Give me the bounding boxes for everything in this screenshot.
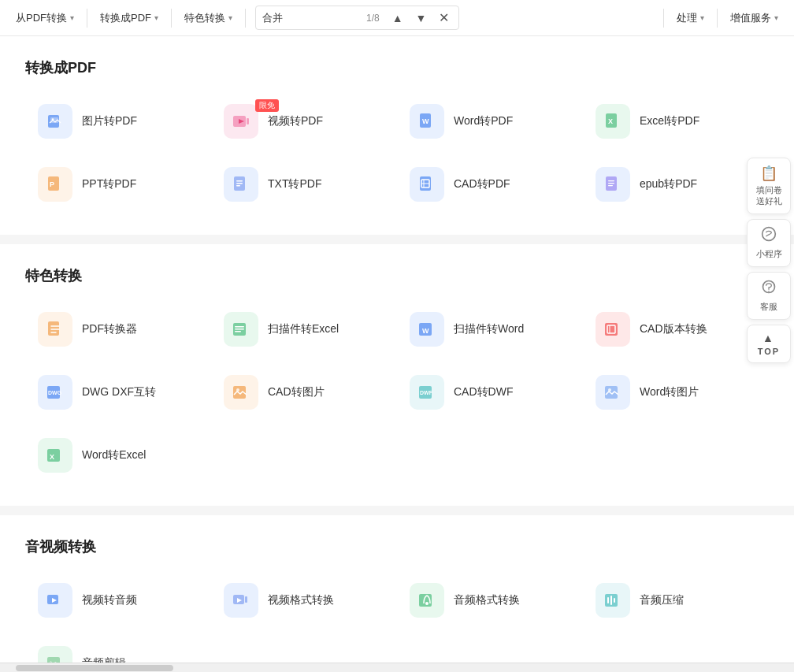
- txt-to-pdf-icon: [224, 167, 258, 202]
- epub-to-pdf-icon: [596, 167, 630, 202]
- service-button[interactable]: 客服: [747, 272, 791, 320]
- img-to-pdf-item[interactable]: 图片转PDF: [25, 96, 211, 147]
- svg-rect-13: [236, 180, 243, 182]
- search-next-button[interactable]: ▼: [413, 10, 430, 26]
- toolbar-divider-4: [663, 9, 664, 28]
- video-format-item[interactable]: 视频格式转换: [211, 575, 397, 626]
- audio-format-icon: [410, 583, 444, 618]
- to-pdf-section: 转换成PDF 图片转PDF 限免 视频转PDF W Word转PDF: [0, 36, 794, 235]
- search-prev-button[interactable]: ▲: [389, 10, 406, 26]
- txt-to-pdf-item[interactable]: TXT转PDF: [211, 159, 397, 210]
- video-to-audio-item[interactable]: 视频转音频: [25, 575, 211, 626]
- img-to-pdf-icon: [38, 104, 72, 139]
- svg-text:DWF: DWF: [420, 390, 433, 395]
- miniprogram-icon: [761, 226, 777, 246]
- toolbar-from-pdf[interactable]: 从PDF转换 ▾: [6, 6, 83, 30]
- cad-to-img-item[interactable]: CAD转图片: [211, 367, 397, 418]
- cad-version-item[interactable]: CAD版本转换: [583, 304, 769, 355]
- svg-rect-27: [235, 329, 244, 330]
- questionnaire-button[interactable]: 📋 填问卷送好礼: [747, 158, 791, 214]
- miniprogram-button[interactable]: 小程序: [747, 219, 791, 267]
- svg-point-59: [768, 291, 770, 292]
- search-input[interactable]: [262, 12, 357, 24]
- epub-to-pdf-label: epub转PDF: [640, 177, 697, 191]
- ppt-to-pdf-item[interactable]: P PPT转PDF: [25, 159, 211, 210]
- pdf-converter-item[interactable]: PDF转换器: [25, 304, 211, 355]
- service-icon: [761, 279, 777, 299]
- dwg-dxf-item[interactable]: DWG DWG DXF互转: [25, 367, 211, 418]
- toolbar-value-label: 增值服务: [730, 11, 771, 25]
- cad-to-pdf-item[interactable]: CAD转PDF: [397, 159, 583, 210]
- dwg-dxf-icon: DWG: [38, 375, 72, 410]
- audio-compress-icon: [596, 583, 630, 618]
- svg-rect-26: [235, 326, 244, 328]
- cad-to-pdf-icon: [410, 167, 444, 202]
- word-to-pdf-icon: W: [410, 104, 444, 139]
- scrollbar-thumb[interactable]: [16, 665, 173, 671]
- video-to-pdf-item[interactable]: 限免 视频转PDF: [211, 96, 397, 147]
- word-to-img-item[interactable]: Word转图片: [583, 367, 769, 418]
- toolbar-to-pdf-label: 转换成PDF: [100, 11, 151, 25]
- svg-rect-48: [245, 596, 247, 603]
- video-to-pdf-icon: [224, 104, 258, 139]
- svg-text:DWG: DWG: [48, 390, 62, 395]
- pdf-converter-icon: [38, 312, 72, 347]
- ppt-to-pdf-label: PPT转PDF: [82, 177, 136, 191]
- epub-to-pdf-item[interactable]: epub转PDF: [583, 159, 769, 210]
- txt-to-pdf-label: TXT转PDF: [268, 177, 321, 191]
- cad-to-dwf-label: CAD转DWF: [454, 385, 513, 399]
- svg-rect-24: [48, 321, 59, 336]
- audio-compress-item[interactable]: 音频压缩: [583, 575, 769, 626]
- top-button[interactable]: ▲ TOP: [747, 325, 791, 363]
- scan-to-excel-item[interactable]: 扫描件转Excel: [211, 304, 397, 355]
- special-section: 特色转换 PDF转换器 扫描件转Excel W 扫描件转Word: [0, 244, 794, 506]
- miniprogram-label: 小程序: [756, 248, 782, 260]
- excel-to-pdf-icon: X: [596, 104, 630, 139]
- scan-to-word-label: 扫描件转Word: [454, 322, 524, 336]
- word-to-pdf-item[interactable]: W Word转PDF: [397, 96, 583, 147]
- word-to-excel-label: Word转Excel: [82, 448, 146, 462]
- svg-text:P: P: [50, 180, 54, 188]
- to-pdf-title: 转换成PDF: [25, 58, 769, 77]
- svg-rect-54: [614, 598, 615, 603]
- svg-text:W: W: [422, 327, 429, 335]
- main-content: 转换成PDF 图片转PDF 限免 视频转PDF W Word转PDF: [0, 36, 794, 672]
- video-format-label: 视频格式转换: [268, 593, 334, 607]
- toolbar-divider-2: [171, 9, 172, 28]
- cad-to-dwf-item[interactable]: DWF CAD转DWF: [397, 367, 583, 418]
- word-to-img-label: Word转图片: [640, 385, 699, 399]
- top-label: TOP: [758, 347, 780, 356]
- questionnaire-icon: 📋: [760, 165, 777, 182]
- svg-rect-53: [610, 596, 612, 605]
- cad-to-pdf-label: CAD转PDF: [454, 177, 510, 191]
- special-grid: PDF转换器 扫描件转Excel W 扫描件转Word CAD版本转换: [25, 304, 769, 481]
- word-to-excel-item[interactable]: X Word转Excel: [25, 430, 211, 481]
- service-label: 客服: [760, 301, 777, 313]
- toolbar-value[interactable]: 增值服务 ▾: [721, 6, 788, 30]
- excel-to-pdf-label: Excel转PDF: [640, 114, 699, 128]
- toolbar-process[interactable]: 处理 ▾: [667, 6, 714, 30]
- toolbar-special[interactable]: 特色转换 ▾: [175, 6, 242, 30]
- video-to-pdf-badge: 限免: [255, 99, 279, 112]
- svg-rect-21: [608, 180, 614, 181]
- special-title: 特色转换: [25, 266, 769, 285]
- toolbar-to-pdf[interactable]: 转换成PDF ▾: [91, 6, 168, 30]
- word-to-excel-icon: X: [38, 438, 72, 473]
- excel-to-pdf-item[interactable]: X Excel转PDF: [583, 96, 769, 147]
- toolbar-divider-3: [245, 9, 246, 28]
- to-pdf-chevron-icon: ▾: [154, 13, 158, 22]
- scan-to-excel-label: 扫描件转Excel: [268, 322, 339, 336]
- svg-rect-52: [607, 597, 609, 603]
- audio-video-section: 音视频转换 视频转音频 视频格式转换 音频格式转换: [0, 515, 794, 672]
- svg-rect-14: [236, 183, 243, 184]
- scan-to-word-item[interactable]: W 扫描件转Word: [397, 304, 583, 355]
- video-to-audio-icon: [38, 583, 72, 618]
- cad-to-img-label: CAD转图片: [268, 385, 325, 399]
- audio-format-item[interactable]: 音频格式转换: [397, 575, 583, 626]
- video-format-icon: [224, 583, 258, 618]
- search-close-button[interactable]: ✕: [436, 9, 452, 27]
- search-count: 1/8: [363, 13, 383, 24]
- top-arrow-icon: ▲: [762, 332, 775, 344]
- bottom-scrollbar[interactable]: [0, 663, 794, 672]
- audio-video-grid: 视频转音频 视频格式转换 音频格式转换 音频压缩: [25, 575, 769, 672]
